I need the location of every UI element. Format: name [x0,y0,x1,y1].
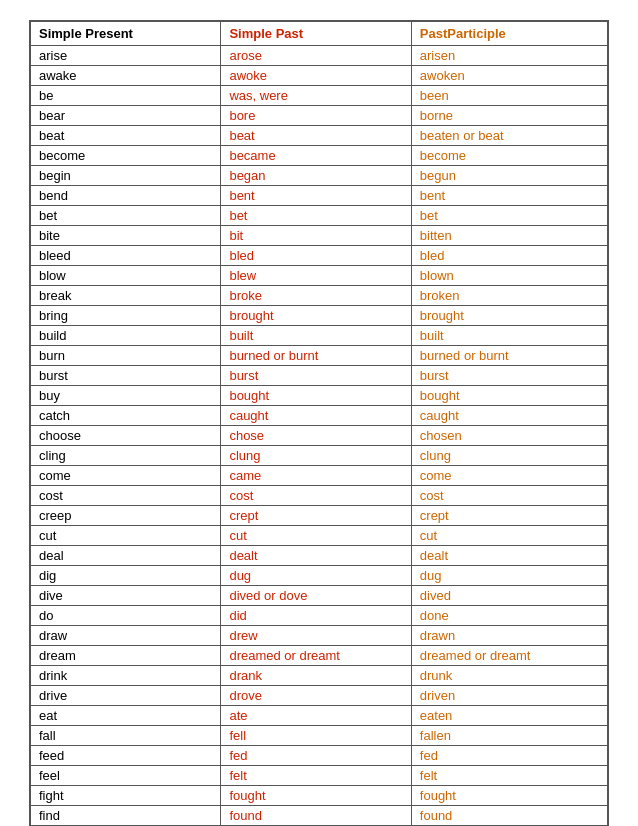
cell-simple-past: caught [221,406,411,426]
cell-simple-present: become [31,146,221,166]
cell-past-participle: dived [411,586,607,606]
table-row: bendbentbent [31,186,608,206]
cell-simple-present: cling [31,446,221,466]
cell-simple-present: be [31,86,221,106]
cell-simple-present: bend [31,186,221,206]
cell-simple-past: bled [221,246,411,266]
cell-simple-past: fell [221,726,411,746]
cell-simple-present: dig [31,566,221,586]
cell-simple-past: chose [221,426,411,446]
cell-simple-present: bite [31,226,221,246]
cell-simple-present: do [31,606,221,626]
cell-simple-present: drink [31,666,221,686]
cell-simple-past: bought [221,386,411,406]
cell-simple-past: awoke [221,66,411,86]
cell-simple-past: found [221,806,411,826]
cell-simple-past: felt [221,766,411,786]
cell-simple-past: ate [221,706,411,726]
table-row: bearboreborne [31,106,608,126]
cell-past-participle: bled [411,246,607,266]
cell-simple-past: bore [221,106,411,126]
cell-simple-past: clung [221,446,411,466]
cell-simple-past: burst [221,366,411,386]
cell-simple-past: began [221,166,411,186]
table-row: creepcreptcrept [31,506,608,526]
table-row: betbetbet [31,206,608,226]
table-row: beatbeatbeaten or beat [31,126,608,146]
cell-simple-past: fed [221,746,411,766]
table-row: drinkdrankdrunk [31,666,608,686]
cell-past-participle: crept [411,506,607,526]
cell-simple-past: drank [221,666,411,686]
cell-past-participle: caught [411,406,607,426]
cell-simple-present: burn [31,346,221,366]
cell-past-participle: eaten [411,706,607,726]
cell-simple-present: eat [31,706,221,726]
table-row: eatateeaten [31,706,608,726]
cell-past-participle: felt [411,766,607,786]
table-row: fallfellfallen [31,726,608,746]
cell-past-participle: driven [411,686,607,706]
table-row: awakeawokeawoken [31,66,608,86]
cell-simple-present: find [31,806,221,826]
cell-simple-present: bleed [31,246,221,266]
cell-simple-present: feel [31,766,221,786]
cell-past-participle: been [411,86,607,106]
header-simple-present: Simple Present [31,22,221,46]
header-past-participle: PastParticiple [411,22,607,46]
cell-past-participle: done [411,606,607,626]
cell-simple-past: bit [221,226,411,246]
table-row: dealdealtdealt [31,546,608,566]
cell-simple-present: draw [31,626,221,646]
table-row: blowblewblown [31,266,608,286]
cell-simple-present: bring [31,306,221,326]
cell-simple-past: was, were [221,86,411,106]
cell-simple-past: drove [221,686,411,706]
table-row: arisearosearisen [31,46,608,66]
table-row: burnburned or burntburned or burnt [31,346,608,366]
table-row: feelfeltfelt [31,766,608,786]
table-row: buyboughtbought [31,386,608,406]
cell-past-participle: drawn [411,626,607,646]
cell-simple-present: begin [31,166,221,186]
table-row: becomebecamebecome [31,146,608,166]
cell-simple-past: broke [221,286,411,306]
cell-past-participle: drunk [411,666,607,686]
table-row: bringbroughtbrought [31,306,608,326]
header-simple-past: Simple Past [221,22,411,46]
cell-simple-present: burst [31,366,221,386]
cell-past-participle: awoken [411,66,607,86]
table-row: digdugdug [31,566,608,586]
cell-past-participle: bought [411,386,607,406]
cell-simple-present: dive [31,586,221,606]
cell-past-participle: arisen [411,46,607,66]
cell-simple-present: bet [31,206,221,226]
cell-past-participle: dreamed or dreamt [411,646,607,666]
cell-simple-past: dived or dove [221,586,411,606]
cell-simple-past: beat [221,126,411,146]
table-row: cutcutcut [31,526,608,546]
cell-past-participle: cut [411,526,607,546]
table-row: bleedbledbled [31,246,608,266]
cell-past-participle: come [411,466,607,486]
table-row: dodiddone [31,606,608,626]
table-row: fightfoughtfought [31,786,608,806]
cell-simple-past: cut [221,526,411,546]
table-row: findfoundfound [31,806,608,826]
cell-simple-present: creep [31,506,221,526]
cell-simple-past: built [221,326,411,346]
table-row: drawdrewdrawn [31,626,608,646]
cell-simple-past: dealt [221,546,411,566]
cell-simple-past: came [221,466,411,486]
cell-past-participle: clung [411,446,607,466]
cell-past-participle: bent [411,186,607,206]
table-row: clingclungclung [31,446,608,466]
cell-simple-present: deal [31,546,221,566]
cell-simple-past: bet [221,206,411,226]
cell-past-participle: dealt [411,546,607,566]
irregular-verbs-table: Simple Present Simple Past PastParticipl… [29,20,609,826]
cell-simple-past: arose [221,46,411,66]
cell-simple-past: dug [221,566,411,586]
cell-past-participle: dug [411,566,607,586]
cell-past-participle: burned or burnt [411,346,607,366]
